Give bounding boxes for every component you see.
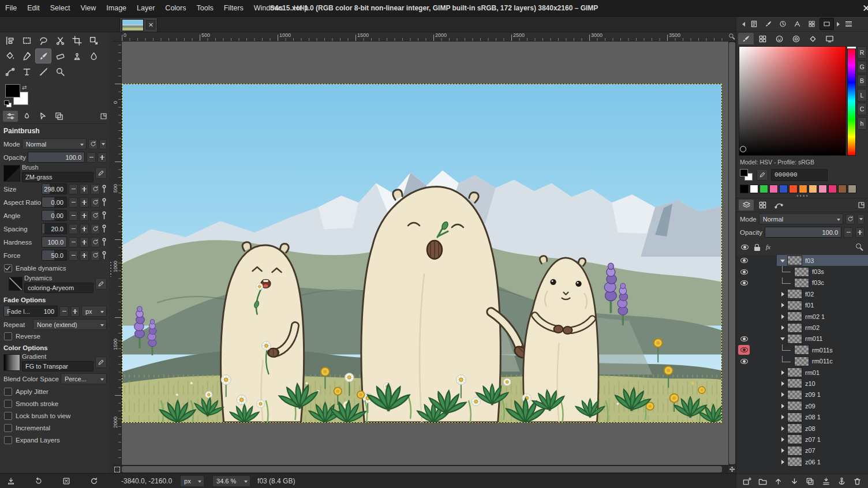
layer-opacity-increase-button[interactable] — [855, 227, 865, 238]
channel-l-button[interactable]: L — [857, 89, 867, 102]
palette-swatch[interactable] — [799, 185, 807, 193]
image-tab-close-button[interactable] — [146, 20, 155, 29]
layer-thumbnail[interactable] — [787, 334, 802, 344]
raise-layer-button[interactable] — [772, 476, 785, 487]
layer-name[interactable]: rm01 — [805, 369, 820, 376]
layer-thumbnail[interactable] — [787, 289, 802, 299]
tab-fg-color[interactable] — [738, 33, 754, 44]
layer-name[interactable]: z07 — [805, 447, 815, 454]
layer-thumbnail[interactable] — [787, 311, 802, 321]
palette-swatch[interactable] — [818, 185, 827, 193]
restore-tool-options-button[interactable] — [32, 475, 45, 487]
clone-tool[interactable] — [69, 48, 85, 63]
horizontal-scrollbar-thumb[interactable] — [122, 466, 722, 472]
layer-row[interactable]: z09 — [736, 400, 868, 411]
size-increase-button[interactable] — [80, 184, 89, 194]
layer-row[interactable]: z08 — [736, 423, 868, 434]
layer-visibility-toggle[interactable] — [738, 311, 750, 321]
dock-tab-gradients[interactable] — [820, 18, 834, 30]
spacing-stylus-toggle[interactable] — [102, 224, 107, 233]
hardness-stylus-toggle[interactable] — [102, 238, 107, 246]
palette-swatch[interactable] — [828, 185, 837, 193]
reset-tool-options-button[interactable] — [88, 475, 100, 487]
tab-pattern[interactable] — [805, 33, 821, 44]
layer-thumbnail[interactable] — [787, 412, 802, 422]
angle-reset-button[interactable] — [91, 211, 100, 221]
layer-row[interactable]: rm02 — [736, 322, 868, 333]
layer-row[interactable]: z07 1 — [736, 434, 868, 445]
vertical-ruler[interactable]: 0 500 1000 1500 2000 — [113, 42, 122, 465]
delete-layer-button[interactable] — [851, 476, 864, 487]
layer-thumbnail[interactable] — [787, 457, 802, 467]
foreground-background-colors[interactable]: ⇄ — [4, 84, 36, 108]
force-stylus-toggle[interactable] — [102, 251, 107, 260]
layer-name[interactable]: z07 1 — [805, 436, 821, 443]
channel-g-button[interactable]: G — [857, 61, 867, 73]
tab-layers[interactable] — [739, 200, 754, 211]
layer-visibility-toggle[interactable] — [738, 334, 750, 344]
layer-visibility-toggle[interactable] — [738, 390, 750, 400]
incremental-checkbox[interactable] — [4, 424, 12, 432]
opacity-increase-button[interactable] — [98, 152, 107, 163]
expander-icon[interactable] — [778, 404, 787, 408]
lock-icon[interactable] — [754, 247, 760, 251]
swap-colors-icon[interactable]: ⇄ — [22, 84, 27, 91]
layer-thumbnail[interactable] — [787, 434, 802, 444]
enable-dynamics-checkbox[interactable] — [4, 264, 12, 272]
layer-name[interactable]: rm011s — [812, 347, 833, 354]
palette-swatch[interactable] — [848, 185, 856, 193]
smudge-tool[interactable] — [85, 48, 102, 63]
apply-jitter-checkbox[interactable] — [4, 388, 12, 396]
expander-icon[interactable] — [778, 335, 787, 343]
layer-row[interactable]: rm011 — [736, 333, 868, 344]
layer-thumbnail[interactable] — [787, 378, 802, 388]
canvas-image[interactable] — [122, 84, 722, 423]
expander-icon[interactable] — [778, 460, 787, 464]
crop-tool[interactable] — [69, 33, 85, 48]
aspect-decrease-button[interactable] — [69, 197, 78, 208]
layer-row[interactable]: z10 — [736, 378, 868, 389]
menu-select[interactable]: Select — [45, 1, 76, 16]
expand-layers-checkbox[interactable] — [4, 436, 12, 444]
transform-tool[interactable] — [85, 33, 102, 48]
mode-reset-button[interactable] — [88, 139, 98, 149]
menu-colors[interactable]: Colors — [160, 1, 191, 16]
layer-visibility-toggle[interactable] — [738, 401, 750, 411]
expander-icon[interactable] — [778, 426, 787, 431]
layer-row[interactable]: rm01 — [736, 367, 868, 378]
layer-row[interactable]: z09 1 — [736, 389, 868, 400]
fade-length-slider[interactable]: Fade l... 100 — [3, 306, 58, 317]
scroll-tabs-right-button[interactable] — [835, 18, 843, 29]
layer-name[interactable]: f03 — [805, 257, 814, 264]
layer-thumbnail[interactable] — [794, 278, 809, 288]
layer-name[interactable]: z08 1 — [805, 414, 821, 421]
repeat-combo[interactable]: None (extend) — [33, 319, 107, 330]
unit-combo[interactable]: px — [180, 475, 204, 487]
rectangle-select-tool[interactable] — [18, 33, 35, 48]
tab-paths[interactable] — [771, 200, 786, 211]
spacing-increase-button[interactable] — [80, 224, 89, 234]
palette-swatch[interactable] — [779, 185, 788, 193]
tab-ring[interactable] — [788, 33, 804, 44]
hardness-slider[interactable]: 100.0 — [42, 237, 67, 247]
new-group-button[interactable] — [756, 476, 769, 487]
menu-file[interactable]: File — [0, 1, 22, 16]
palette-swatch[interactable] — [740, 185, 749, 193]
layer-thumbnail[interactable] — [794, 345, 809, 355]
layer-name[interactable]: rm02 — [805, 324, 820, 331]
spacing-decrease-button[interactable] — [69, 224, 78, 234]
layer-thumbnail[interactable] — [787, 446, 802, 456]
layer-mode-menu-button[interactable] — [857, 214, 865, 224]
brush-name-field[interactable]: ZM-grass — [22, 172, 93, 182]
layer-row[interactable]: f03 — [736, 255, 868, 266]
layer-visibility-toggle[interactable] — [738, 278, 750, 288]
layer-visibility-toggle[interactable] — [738, 345, 750, 355]
palette-swatch[interactable] — [750, 185, 758, 193]
image-tab[interactable] — [119, 17, 158, 32]
dock-tab-palettes[interactable] — [805, 18, 818, 29]
layer-thumbnail[interactable] — [787, 367, 802, 377]
visibility-filter-icon[interactable] — [741, 245, 749, 250]
hex-input[interactable] — [771, 169, 828, 181]
layer-opacity-decrease-button[interactable] — [844, 227, 853, 238]
layer-name[interactable]: f01 — [805, 302, 814, 309]
